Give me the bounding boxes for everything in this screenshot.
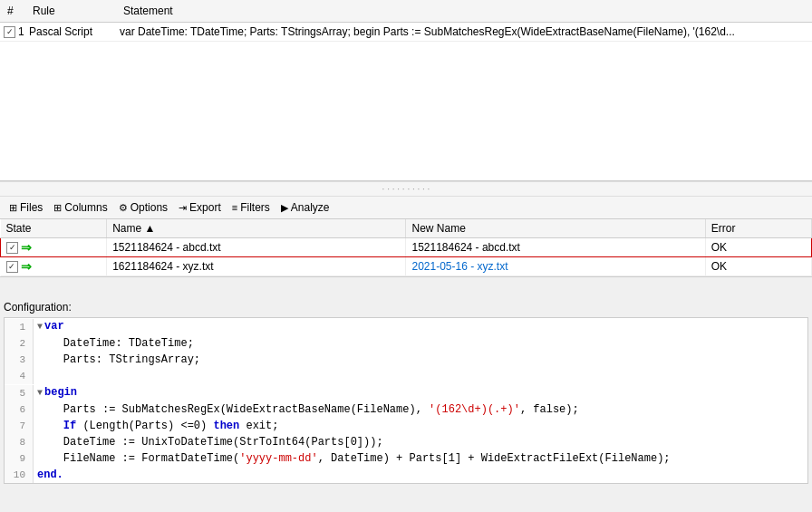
analyze-button[interactable]: ▶ Analyze: [276, 199, 335, 216]
code-line-1: 1 ▼var: [5, 318, 807, 335]
fold-icon-1: ▼: [37, 322, 43, 332]
arrow-icon-2: ⇒: [21, 259, 32, 274]
line-num-5: 5: [5, 385, 34, 401]
line-num-9: 9: [5, 450, 34, 467]
export-icon: ⇥: [179, 202, 187, 214]
file-error-1: OK: [705, 238, 811, 257]
file-name-2: 1621184624 - xyz.txt: [107, 257, 406, 276]
rules-section: # Rule Statement 1 Pascal Script var Dat…: [0, 0, 812, 181]
spacer: [0, 277, 812, 295]
table-row[interactable]: ⇒ 1521184624 - abcd.txt 1521184624 - abc…: [1, 238, 812, 257]
line-content-6: Parts := SubMatchesRegEx(WideExtractBase…: [34, 401, 807, 418]
col-newname-header: New Name: [406, 219, 705, 238]
col-hash-header: #: [4, 3, 29, 19]
line-content-9: FileName := FormatDateTime('yyyy-mm-dd',…: [34, 450, 807, 467]
code-line-3: 3 Parts: TStringsArray;: [5, 352, 807, 368]
code-line-7: 7 If (Length(Parts) <=0) then exit;: [5, 418, 807, 434]
rule-checkbox-cell[interactable]: 1: [4, 25, 29, 38]
rule-statement: var DateTime: TDateTime; Parts: TStrings…: [120, 25, 808, 38]
analyze-label: Analyze: [291, 201, 330, 214]
analyze-icon: ▶: [281, 202, 288, 214]
col-state-header: State: [1, 219, 107, 238]
rule-checkbox[interactable]: [4, 26, 15, 38]
file-checkbox-2[interactable]: [6, 261, 18, 273]
file-checkbox-1[interactable]: [6, 242, 18, 254]
config-label: Configuration:: [4, 301, 808, 314]
state-cell-1: ⇒: [1, 238, 107, 257]
filters-icon: ≡: [232, 202, 237, 213]
files-table-header-row: State Name ▲ New Name Error: [1, 219, 812, 238]
kw-then: then: [213, 420, 239, 432]
fold-icon-5: ▼: [37, 388, 43, 398]
file-name-1: 1521184624 - abcd.txt: [107, 238, 406, 257]
filters-button[interactable]: ≡ Filters: [227, 199, 276, 216]
divider: · · · · · · · · · ·: [0, 181, 812, 197]
kw-begin: begin: [44, 386, 77, 399]
kw-var: var: [44, 320, 64, 333]
filters-label: Filters: [240, 201, 270, 214]
line-content-10: end.: [34, 467, 807, 483]
line-num-1: 1: [5, 319, 34, 335]
kw-if: If: [63, 420, 76, 432]
col-statement-header: Statement: [120, 3, 808, 19]
code-line-8: 8 DateTime := UnixToDateTime(StrToInt64(…: [5, 434, 807, 450]
file-newname-1: 1521184624 - abcd.txt: [406, 238, 705, 257]
file-error-2: OK: [705, 257, 811, 276]
options-label: Options: [130, 201, 168, 214]
config-section: Configuration: 1 ▼var 2 DateTime: TDateT…: [0, 295, 812, 484]
col-name-header[interactable]: Name ▲: [107, 219, 406, 238]
export-label: Export: [189, 201, 221, 214]
rule-row-1[interactable]: 1 Pascal Script var DateTime: TDateTime;…: [0, 23, 812, 42]
line-num-7: 7: [5, 418, 34, 434]
rule-number: 1: [18, 25, 24, 38]
line-num-4: 4: [5, 368, 34, 384]
kw-end: end.: [37, 469, 63, 481]
line-num-2: 2: [5, 335, 34, 352]
line-num-8: 8: [5, 434, 34, 450]
options-button[interactable]: ⚙ Options: [113, 199, 173, 216]
rules-header: # Rule Statement: [0, 0, 812, 23]
files-button[interactable]: ⊞ Files: [4, 199, 48, 216]
code-line-9: 9 FileName := FormatDateTime('yyyy-mm-dd…: [5, 450, 807, 467]
columns-label: Columns: [64, 201, 107, 214]
line-content-7: If (Length(Parts) <=0) then exit;: [34, 418, 807, 434]
state-cell-2: ⇒: [1, 257, 107, 276]
line-content-8: DateTime := UnixToDateTime(StrToInt64(Pa…: [34, 434, 807, 450]
files-section: State Name ▲ New Name Error ⇒ 1521184624…: [0, 219, 812, 277]
table-row[interactable]: ⇒ 1621184624 - xyz.txt 2021-05-16 - xyz.…: [1, 257, 812, 276]
code-line-2: 2 DateTime: TDateTime;: [5, 335, 807, 352]
columns-icon: ⊞: [53, 202, 62, 214]
line-num-3: 3: [5, 352, 34, 368]
col-error-header: Error: [705, 219, 811, 238]
options-icon: ⚙: [119, 202, 128, 214]
sort-asc-icon: ▲: [145, 222, 156, 235]
file-newname-2[interactable]: 2021-05-16 - xyz.txt: [406, 257, 705, 276]
line-content-1: ▼var: [34, 318, 807, 335]
line-num-10: 10: [5, 467, 34, 483]
string-literal-9: 'yyyy-mm-dd': [239, 452, 317, 465]
code-line-10: 10 end.: [5, 467, 807, 483]
code-line-4: 4: [5, 368, 807, 384]
files-table: State Name ▲ New Name Error ⇒ 1521184624…: [0, 219, 812, 276]
string-literal-6: '(162\d+)(.+)': [429, 403, 520, 416]
files-icon: ⊞: [9, 202, 17, 214]
toolbar: ⊞ Files ⊞ Columns ⚙ Options ⇥ Export ≡ F…: [0, 197, 812, 219]
export-button[interactable]: ⇥ Export: [173, 199, 227, 216]
line-num-6: 6: [5, 401, 34, 418]
code-line-5: 5 ▼begin: [5, 384, 807, 401]
arrow-icon-1: ⇒: [21, 240, 32, 255]
code-line-6: 6 Parts := SubMatchesRegEx(WideExtractBa…: [5, 401, 807, 418]
line-content-5: ▼begin: [34, 384, 807, 401]
col-rule-header: Rule: [29, 3, 120, 19]
line-content-2: DateTime: TDateTime;: [34, 335, 807, 352]
files-label: Files: [20, 201, 43, 214]
line-content-3: Parts: TStringsArray;: [34, 352, 807, 368]
code-editor[interactable]: 1 ▼var 2 DateTime: TDateTime; 3 Parts: T…: [4, 317, 808, 484]
columns-button[interactable]: ⊞ Columns: [48, 199, 112, 216]
rule-type: Pascal Script: [29, 25, 120, 38]
